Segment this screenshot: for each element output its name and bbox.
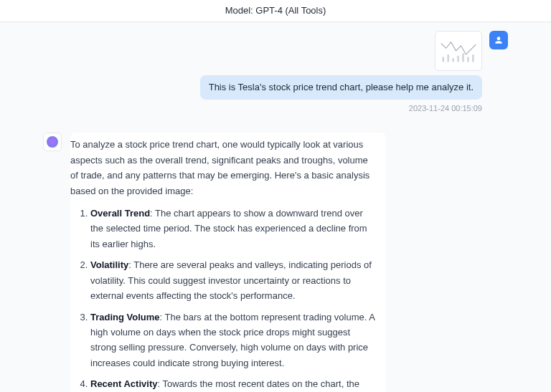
model-header: Model: GPT-4 (All Tools)	[0, 0, 551, 22]
svg-rect-6	[472, 54, 474, 62]
svg-rect-0	[442, 57, 444, 62]
list-item: Recent Activity: Towards the most recent…	[90, 376, 376, 392]
point-title: Volatility	[90, 259, 128, 270]
list-item: Trading Volume: The bars at the bottom r…	[90, 310, 376, 371]
user-message-row: This is Tesla's stock price trend chart,…	[43, 31, 508, 113]
user-avatar	[489, 31, 508, 49]
assistant-message-row: To analyze a stock price trend chart, on…	[43, 133, 508, 392]
point-body: : There are several peaks and valleys, i…	[90, 259, 372, 301]
svg-rect-3	[457, 56, 459, 62]
attachment-thumbnail[interactable]	[435, 31, 482, 71]
point-title: Trading Volume	[90, 312, 160, 322]
svg-rect-5	[467, 57, 469, 62]
model-title: Model: GPT-4 (All Tools)	[225, 5, 326, 16]
user-message-text: This is Tesla's stock price trend chart,…	[209, 82, 474, 92]
point-title: Overall Trend	[90, 208, 150, 219]
list-item: Volatility: There are several peaks and …	[90, 257, 376, 303]
list-item: Overall Trend: The chart appears to show…	[90, 206, 376, 252]
svg-rect-1	[447, 54, 449, 62]
assistant-logo-icon	[47, 136, 58, 148]
user-message-content: This is Tesla's stock price trend chart,…	[200, 31, 482, 113]
assistant-message-content: To analyze a stock price trend chart, on…	[70, 133, 386, 392]
analysis-list: Overall Trend: The chart appears to show…	[70, 206, 376, 392]
assistant-intro: To analyze a stock price trend chart, on…	[70, 137, 376, 199]
svg-rect-4	[462, 53, 464, 62]
user-icon	[494, 35, 504, 45]
user-message-bubble: This is Tesla's stock price trend chart,…	[200, 75, 482, 100]
message-timestamp: 2023-11-24 00:15:09	[409, 104, 482, 113]
assistant-avatar	[43, 133, 62, 151]
point-title: Recent Activity	[90, 378, 157, 389]
chat-area: This is Tesla's stock price trend chart,…	[0, 22, 551, 392]
svg-rect-2	[452, 58, 454, 62]
chart-thumbnail-icon	[440, 36, 477, 63]
